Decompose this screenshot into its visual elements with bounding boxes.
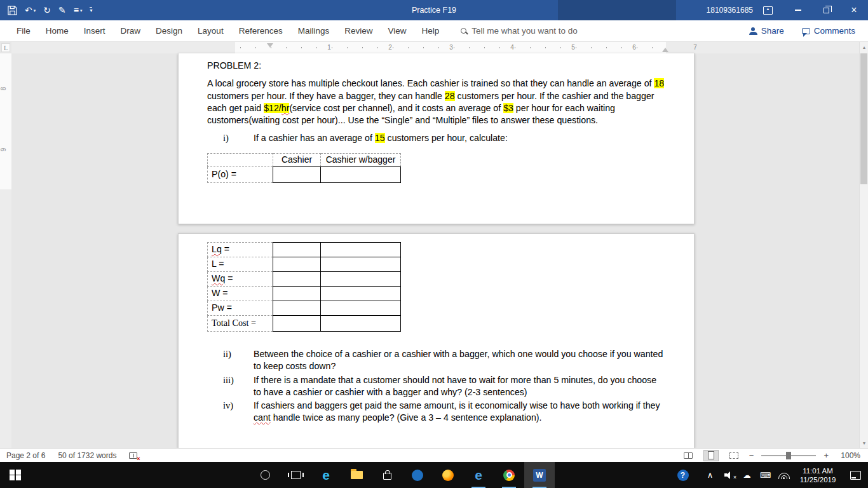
problem-paragraph: A local grocery store has multiple check…	[207, 78, 665, 126]
numbering-button[interactable]: ≡▾	[74, 6, 83, 15]
tab-selector[interactable]: L	[1, 43, 10, 52]
taskbar-blue-app-button[interactable]	[402, 462, 433, 488]
print-layout-button[interactable]	[703, 450, 719, 461]
taskbar-ie-button[interactable]: e	[463, 462, 494, 488]
scroll-down-button[interactable]: ▼	[860, 438, 868, 448]
touch-keyboard-button[interactable]: ⌨	[756, 462, 775, 488]
table-cell-empty[interactable]	[273, 166, 321, 182]
row-label-l[interactable]: L =	[208, 257, 273, 272]
help-button[interactable]: ?	[674, 462, 692, 488]
document-page-1[interactable]: PROBLEM 2: A local grocery store has mul…	[178, 53, 695, 224]
ribbon-display-options-icon[interactable]: ▲	[763, 6, 773, 15]
onedrive-button[interactable]: ☁	[738, 462, 756, 488]
scroll-up-button[interactable]: ▲	[860, 42, 868, 52]
minimize-button[interactable]	[784, 0, 812, 20]
taskbar-word-button[interactable]: W	[524, 462, 555, 488]
page-indicator[interactable]: Page 2 of 6	[6, 451, 45, 460]
taskbar-edge-button[interactable]: e	[311, 462, 341, 488]
table-cell-empty[interactable]	[321, 301, 401, 316]
volume-button[interactable]: ×	[719, 462, 738, 488]
draw-pen-icon[interactable]: ✎	[58, 6, 66, 15]
table-cell-empty[interactable]	[321, 272, 401, 287]
taskbar-store-button[interactable]	[372, 462, 402, 488]
vertical-scrollbar[interactable]: ▲ ▼	[859, 42, 868, 448]
vertical-ruler[interactable]: 8 9	[0, 53, 11, 448]
table-cell-empty[interactable]	[321, 287, 401, 301]
word-count[interactable]: 50 of 1732 words	[58, 451, 116, 460]
tab-mailings[interactable]: Mailings	[290, 20, 337, 41]
share-button[interactable]: Share	[749, 26, 784, 36]
first-line-indent-marker[interactable]	[267, 43, 273, 48]
zoom-slider-thumb[interactable]	[786, 452, 791, 459]
row-label-pw[interactable]: Pw =	[208, 301, 273, 316]
tab-view[interactable]: View	[380, 20, 414, 41]
table-cell-empty[interactable]	[321, 257, 401, 272]
table-cell-empty[interactable]	[321, 243, 401, 257]
network-button[interactable]	[775, 462, 793, 488]
scrollbar-thumb[interactable]	[860, 53, 867, 184]
action-center-button[interactable]	[843, 462, 868, 488]
table-cell-empty[interactable]	[273, 287, 321, 301]
customize-quick-access-icon[interactable]: ▾	[90, 7, 92, 13]
read-mode-button[interactable]	[681, 450, 696, 461]
chevron-down-icon[interactable]: ▾	[34, 8, 36, 13]
row-label-p0[interactable]: P(o) =	[208, 166, 273, 182]
windows-taskbar: e e W ? ∧ × ☁ ⌨ 11:01 AM 11/25/2019	[0, 462, 868, 488]
row-label-wq[interactable]: Wq =	[208, 272, 273, 287]
table-cell-empty[interactable]	[273, 272, 321, 287]
column-header-cashier[interactable]: Cashier	[273, 153, 321, 166]
window-title: Practice F19	[191, 0, 677, 20]
zoom-level[interactable]: 100%	[836, 451, 860, 460]
ruler-number: 1	[325, 44, 333, 51]
save-icon[interactable]	[8, 6, 17, 15]
comments-button[interactable]: Comments	[802, 26, 855, 36]
proofing-errors-icon[interactable]	[129, 452, 137, 459]
table-cell-empty[interactable]	[273, 257, 321, 272]
tab-design[interactable]: Design	[148, 20, 190, 41]
document-page-2[interactable]: Lq = L = Wq = W = Pw = Total Cost =	[178, 233, 695, 448]
edge-icon: e	[322, 468, 330, 482]
table-cell-empty[interactable]	[273, 243, 321, 257]
tell-me-search[interactable]: Tell me what you want to do	[461, 26, 578, 36]
tab-file[interactable]: File	[9, 20, 38, 41]
tab-layout[interactable]: Layout	[190, 20, 231, 41]
right-indent-marker[interactable]	[662, 48, 668, 52]
undo-button[interactable]: ↶▾	[25, 6, 36, 15]
zoom-slider[interactable]	[761, 455, 816, 456]
row-label-w[interactable]: W =	[208, 287, 273, 301]
zoom-in-button[interactable]: +	[824, 451, 829, 460]
table-cell-empty[interactable]	[321, 166, 401, 182]
action-center-icon	[850, 471, 861, 480]
ruler-number: 3	[447, 44, 455, 51]
tab-home[interactable]: Home	[38, 20, 76, 41]
redo-icon[interactable]: ↻	[43, 6, 51, 15]
taskbar-file-explorer-button[interactable]	[341, 462, 372, 488]
row-label-lq[interactable]: Lq =	[208, 243, 273, 257]
taskbar-chrome-button[interactable]	[494, 462, 524, 488]
web-layout-button[interactable]	[726, 450, 742, 461]
restore-button[interactable]	[812, 0, 840, 20]
table-cell-empty[interactable]	[273, 301, 321, 316]
tab-references[interactable]: References	[231, 20, 290, 41]
table-cell-empty[interactable]	[321, 316, 401, 332]
table-cell-empty[interactable]	[208, 153, 273, 166]
taskbar-firefox-button[interactable]	[433, 462, 463, 488]
row-label-total-cost[interactable]: Total Cost =	[208, 316, 273, 332]
zoom-out-button[interactable]: −	[749, 451, 754, 460]
show-hidden-icons-button[interactable]: ∧	[701, 462, 719, 488]
horizontal-ruler[interactable]: 1 2 3 4 5 6 7	[11, 42, 859, 53]
chevron-down-icon[interactable]: ▾	[80, 8, 83, 13]
tab-review[interactable]: Review	[337, 20, 380, 41]
table-cell-empty[interactable]	[273, 316, 321, 332]
tab-draw[interactable]: Draw	[113, 20, 149, 41]
tab-insert[interactable]: Insert	[76, 20, 113, 41]
close-button[interactable]: ×	[840, 0, 868, 20]
share-person-icon	[749, 27, 757, 35]
tab-help[interactable]: Help	[414, 20, 447, 41]
clock[interactable]: 11:01 AM 11/25/2019	[793, 466, 843, 484]
column-header-cashier-bagger[interactable]: Cashier w/bagger	[321, 153, 401, 166]
task-view-button[interactable]	[280, 462, 311, 488]
start-button[interactable]	[0, 462, 31, 488]
taskbar-cortana-button[interactable]	[250, 462, 280, 488]
account-id[interactable]: 18109361685	[707, 6, 753, 15]
